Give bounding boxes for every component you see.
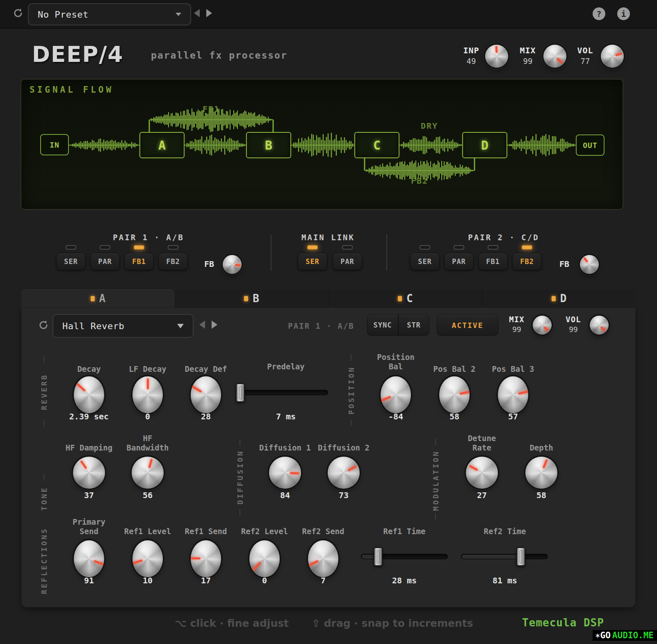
pair1-fb2-button[interactable]: FB2 (158, 245, 188, 270)
pair1-fb1-label[interactable]: FB1 (124, 253, 154, 270)
flow-node-in: IN (40, 134, 69, 155)
predelay-slider-handle[interactable] (236, 383, 245, 402)
active-button[interactable]: ACTIVE (437, 314, 498, 336)
pair2-ser-button[interactable]: SER (410, 245, 440, 270)
unit-preset-select[interactable]: Hall Reverb (52, 314, 194, 338)
flow-node-out: OUT (576, 134, 605, 156)
main-link-title: MAIN LINK (275, 233, 381, 242)
main-link-par-button[interactable]: PAR (333, 245, 362, 270)
prev-preset-icon[interactable] (194, 9, 200, 17)
decay-def-knob[interactable] (191, 376, 221, 413)
pair2-ser-label[interactable]: SER (410, 253, 440, 270)
pair1-par-label[interactable]: PAR (90, 253, 120, 270)
hf-damping-knob-value: 37 (58, 490, 120, 500)
ref1-level-knob-label: Ref1 Level (117, 517, 178, 536)
header-vol-knob-label: VOL (569, 46, 602, 55)
depth-knob[interactable] (525, 457, 557, 489)
pair1-fb2-led (168, 245, 178, 250)
pair1-fb2-label[interactable]: FB2 (158, 253, 188, 270)
flow-node-d[interactable]: D (462, 132, 507, 158)
primary-send-knob[interactable] (74, 540, 104, 577)
global-preset-select[interactable]: No Preset (28, 3, 191, 25)
main-link-ser-led (307, 245, 318, 250)
pair1-fb1-led (134, 245, 144, 250)
pair2-fb2-button[interactable]: FB2 (512, 245, 542, 270)
lf-decay-knob[interactable] (132, 376, 163, 413)
info-icon[interactable]: i (617, 7, 630, 20)
detune-rate-knob[interactable] (466, 457, 498, 489)
diffusion-2-knob[interactable] (328, 457, 360, 489)
tab-d[interactable]: D (482, 289, 636, 307)
str-button[interactable]: STR (398, 315, 429, 335)
ref2-time-slider-label: Ref2 Time (474, 517, 536, 536)
decay-knob[interactable] (74, 376, 104, 413)
ref2-level-knob[interactable] (249, 540, 280, 577)
decay-def-knob-value: 28 (175, 412, 237, 421)
pair2-fb2-label[interactable]: FB2 (512, 253, 542, 270)
hf-bandwidth-knob[interactable] (132, 457, 164, 489)
header-mix-knob[interactable] (543, 45, 566, 68)
unit-vol-knob[interactable] (590, 316, 609, 335)
diffusion-2-knob-label: Diffusion 2 (313, 434, 374, 453)
primary-send-knob-label: Primary Send (65, 517, 113, 536)
pair1-fb-knob[interactable] (223, 255, 242, 274)
hf-damping-knob[interactable] (73, 457, 105, 489)
pos-bal-2-knob[interactable] (439, 376, 470, 413)
pair2-fb-knob[interactable] (580, 255, 599, 274)
ref1-send-knob[interactable] (191, 540, 221, 577)
diffusion-1-knob[interactable] (269, 457, 301, 489)
pos-bal-3-knob[interactable] (498, 376, 528, 413)
pair1-par-button[interactable]: PAR (90, 245, 120, 270)
main-link-ser-button[interactable]: SER (298, 245, 327, 270)
pair2-fb1-label[interactable]: FB1 (478, 253, 508, 270)
primary-send-knob-value: 91 (58, 576, 120, 585)
pos-bal-3-knob-value: 57 (482, 412, 544, 421)
unit-pair-indicator: PAIR 1 · A/B (276, 321, 366, 330)
flow-node-c[interactable]: C (354, 132, 399, 158)
pair1-ser-button[interactable]: SER (56, 245, 86, 270)
pair2-fb1-led (488, 245, 498, 250)
modulation-section-line2 (435, 513, 436, 520)
ref1-time-slider[interactable] (361, 554, 448, 560)
reload-preset-icon[interactable] (12, 7, 24, 19)
page-subtitle: parallel fx processor (151, 50, 287, 61)
header-vol-knob[interactable] (601, 45, 624, 68)
ref1-level-knob[interactable] (132, 540, 163, 577)
unit-reload-icon[interactable] (38, 319, 49, 331)
ref2-time-slider[interactable] (461, 554, 548, 560)
position-bal-knob[interactable] (381, 376, 411, 413)
ref2-time-slider-handle[interactable] (516, 547, 525, 566)
flow-node-a[interactable]: A (139, 132, 185, 158)
pair1-ser-label[interactable]: SER (56, 253, 86, 270)
main-link-ser-label[interactable]: SER (298, 253, 327, 270)
unit-mix-knob[interactable] (533, 316, 552, 335)
hint-snap-increments: ⇧ drag · snap to increments (312, 617, 473, 629)
pair2-par-button[interactable]: PAR (444, 245, 474, 270)
predelay-slider[interactable] (236, 390, 328, 396)
main-link-par-label[interactable]: PAR (333, 253, 362, 270)
unit-prev-preset-icon[interactable] (199, 321, 205, 329)
pair2-par-label[interactable]: PAR (444, 253, 474, 270)
flow-fb1-label: FB1 (187, 104, 236, 114)
help-icon[interactable]: ? (593, 7, 605, 20)
position-bal-knob-value: -84 (365, 412, 427, 421)
unit-chevron-down-icon (177, 324, 184, 328)
pair1-par-led (100, 245, 110, 250)
tab-c[interactable]: C (329, 289, 483, 307)
sync-button[interactable]: SYNC (367, 315, 398, 335)
tab-a[interactable]: A (21, 289, 175, 307)
header-mix-knob-label: MIX (511, 46, 544, 55)
unit-vol-knob-label: VOL (560, 315, 586, 324)
pair1-fb1-button[interactable]: FB1 (124, 245, 154, 270)
unit-next-preset-icon[interactable] (212, 321, 217, 329)
inp-knob[interactable] (485, 45, 508, 68)
ref1-time-slider-handle[interactable] (374, 547, 383, 566)
flow-node-b[interactable]: B (246, 132, 291, 158)
tab-b[interactable]: B (175, 289, 329, 307)
predelay-slider-value: 7 ms (255, 412, 317, 421)
ref2-send-knob[interactable] (308, 540, 338, 577)
flow-fb2-label: FB2 (395, 176, 444, 186)
section-label-reflections: REFLECTIONS (40, 527, 48, 594)
next-preset-icon[interactable] (206, 9, 212, 17)
pair2-fb1-button[interactable]: FB1 (478, 245, 508, 270)
